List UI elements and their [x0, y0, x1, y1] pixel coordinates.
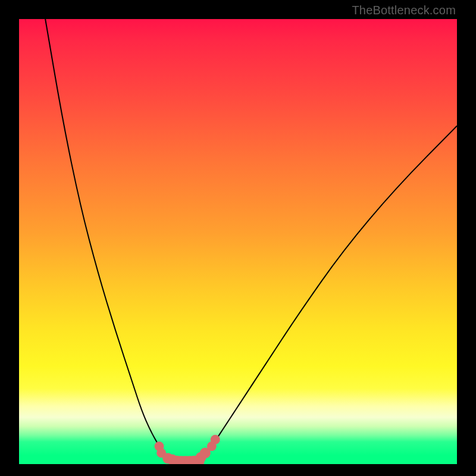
left-branch-curve: [45, 19, 177, 461]
marker-group: [155, 435, 220, 464]
watermark-text: TheBottleneck.com: [352, 4, 456, 17]
data-marker: [211, 435, 220, 444]
right-branch-curve: [194, 126, 457, 461]
chart-svg: [19, 19, 457, 464]
plot-area: [19, 19, 457, 464]
outer-frame: TheBottleneck.com: [0, 0, 476, 476]
